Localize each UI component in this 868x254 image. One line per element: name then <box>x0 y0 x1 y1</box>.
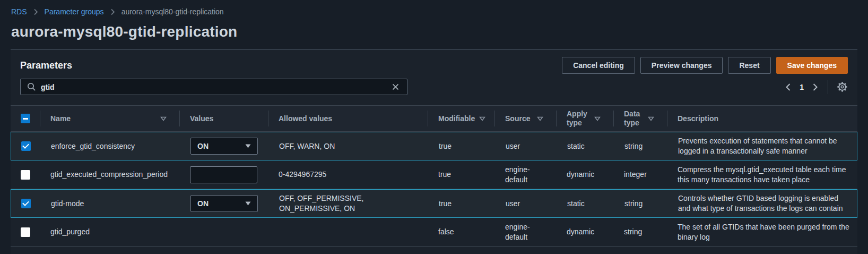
column-label: Modifiable <box>438 114 475 123</box>
previous-page-button[interactable] <box>784 82 792 92</box>
apply-type-value: static <box>557 190 614 217</box>
rds-parameter-group-page: RDS Parameter groups aurora-mysql80-gtid… <box>0 0 868 254</box>
parameter-name: enforce_gtid_consistency <box>40 132 180 160</box>
parameters-panel: Parameters Cancel editing Preview change… <box>11 49 857 254</box>
selected-value: ON <box>197 199 209 209</box>
sort-icon[interactable] <box>156 116 167 121</box>
parameters-table: Name Values Allowed values Modifiable <box>11 105 857 247</box>
sort-icon[interactable] <box>590 116 601 121</box>
sort-icon[interactable] <box>475 116 485 121</box>
parameter-name: gtid-mode <box>40 190 180 217</box>
cancel-editing-button[interactable]: Cancel editing <box>562 57 635 74</box>
sort-icon[interactable] <box>533 116 543 121</box>
column-label: Data type <box>624 109 644 128</box>
panel-header: Parameters Cancel editing Preview change… <box>11 50 857 74</box>
column-header-description: Description <box>667 106 857 131</box>
magnifier-icon <box>27 82 36 91</box>
parameter-name: gtid_executed_compression_period <box>40 160 179 189</box>
row-checkbox[interactable] <box>21 199 31 208</box>
column-label: Allowed values <box>279 114 332 123</box>
save-changes-button[interactable]: Save changes <box>776 57 848 74</box>
column-label: Values <box>190 114 213 123</box>
pager-divider <box>828 80 828 94</box>
modifiable-value: false <box>428 218 494 246</box>
apply-type-value: dynamic <box>556 160 613 189</box>
source-value: engine-default <box>494 218 556 246</box>
chevron-down-icon <box>245 144 251 148</box>
gear-icon[interactable] <box>837 81 848 92</box>
panel-actions: Cancel editing Preview changes Reset Sav… <box>562 57 848 74</box>
chevron-right-icon <box>33 9 38 15</box>
row-checkbox[interactable] <box>21 141 31 151</box>
source-value: user <box>495 190 557 217</box>
value-input[interactable] <box>190 166 257 183</box>
reset-button[interactable]: Reset <box>728 57 770 74</box>
allowed-values: OFF, OFF_PERMISSIVE, ON_PERMISSIVE, ON <box>268 190 428 217</box>
data-type-value: string <box>613 218 667 246</box>
clear-search-icon[interactable] <box>390 82 401 92</box>
column-header-modifiable[interactable]: Modifiable <box>428 106 494 131</box>
column-label: Source <box>505 114 530 123</box>
allowed-values: OFF, WARN, ON <box>268 132 428 160</box>
modifiable-value: true <box>428 160 494 189</box>
table-row: enforce_gtid_consistency ON OFF, WARN, O… <box>11 132 857 160</box>
column-header-source[interactable]: Source <box>494 106 556 131</box>
breadcrumb: RDS Parameter groups aurora-mysql80-gtid… <box>0 0 868 16</box>
column-header-values: Values <box>179 106 268 131</box>
pagination: 1 <box>784 80 848 94</box>
table-row: gtid_purged false engine-default dynamic… <box>11 218 857 247</box>
chevron-right-icon <box>110 9 115 15</box>
data-type-value: string <box>614 190 667 217</box>
preview-changes-button[interactable]: Preview changes <box>640 57 723 74</box>
breadcrumb-current: aurora-mysql80-gtid-replication <box>121 7 224 16</box>
chevron-down-icon <box>245 201 251 206</box>
page-title: aurora-mysql80-gtid-replication <box>0 16 868 40</box>
description: Prevents execution of statements that ca… <box>667 132 857 160</box>
table-row: gtid-mode ON OFF, OFF_PERMISSIVE, ON_PER… <box>11 189 857 218</box>
allowed-values: 0-4294967295 <box>268 160 428 189</box>
source-value: engine-default <box>494 160 556 189</box>
apply-type-value: static <box>557 132 614 160</box>
data-type-value: integer <box>613 160 667 189</box>
breadcrumb-rds-link[interactable]: RDS <box>11 7 27 16</box>
column-label: Apply type <box>567 109 590 128</box>
column-header-apply-type[interactable]: Apply type <box>556 106 613 131</box>
current-page-number[interactable]: 1 <box>800 83 804 91</box>
select-all-cell <box>11 106 40 131</box>
table-row: gtid_executed_compression_period 0-42949… <box>11 160 857 189</box>
table-toolbar: 1 <box>11 74 857 95</box>
description: Compress the mysql.gtid_executed table e… <box>667 160 857 189</box>
apply-type-value: dynamic <box>556 218 613 246</box>
column-header-name[interactable]: Name <box>40 106 179 131</box>
source-value: user <box>495 132 557 160</box>
empty-values-cell <box>179 218 268 246</box>
column-label: Name <box>50 114 71 123</box>
description: The set of all GTIDs that have been purg… <box>667 218 857 246</box>
modifiable-value: true <box>428 190 495 217</box>
panel-title: Parameters <box>20 60 72 71</box>
breadcrumb-parameter-groups-link[interactable]: Parameter groups <box>45 7 104 16</box>
column-header-allowed-values: Allowed values <box>268 106 428 131</box>
row-checkbox[interactable] <box>21 227 30 237</box>
row-checkbox[interactable] <box>21 170 30 180</box>
description: Controls whether GTID based logging is e… <box>667 190 857 217</box>
parameter-search[interactable] <box>20 79 407 95</box>
value-select[interactable]: ON <box>190 195 258 212</box>
sort-icon[interactable] <box>644 116 654 121</box>
search-input[interactable] <box>41 83 386 91</box>
value-select[interactable]: ON <box>190 138 258 155</box>
table-header-row: Name Values Allowed values Modifiable <box>11 105 857 132</box>
selected-value: ON <box>197 141 209 151</box>
select-all-checkbox[interactable] <box>21 114 30 123</box>
allowed-values <box>268 218 428 246</box>
column-header-data-type[interactable]: Data type <box>613 106 667 131</box>
next-page-button[interactable] <box>811 82 819 92</box>
parameter-name: gtid_purged <box>40 218 179 246</box>
modifiable-value: true <box>428 132 495 160</box>
column-label: Description <box>678 114 718 123</box>
data-type-value: string <box>614 132 667 160</box>
